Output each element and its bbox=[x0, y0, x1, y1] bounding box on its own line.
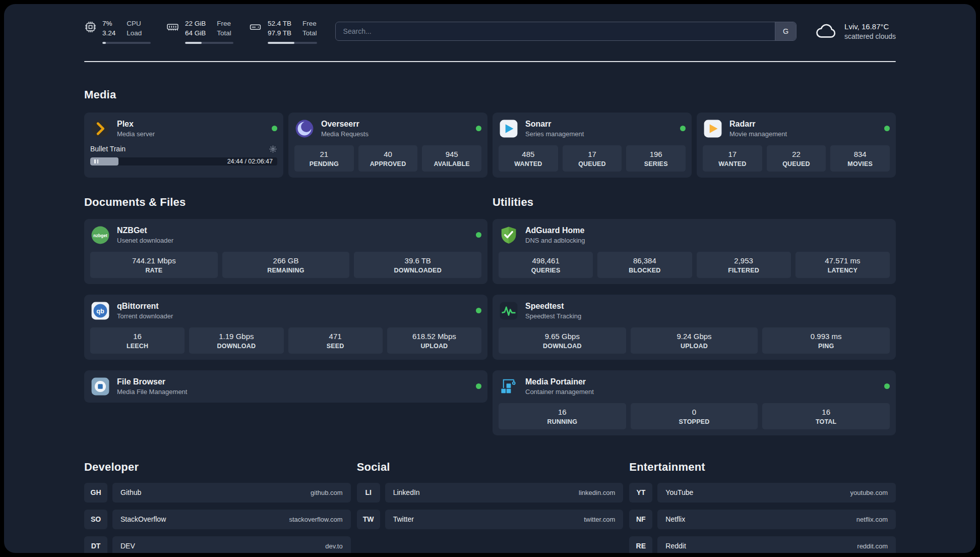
stat-blocked: 86,384 BLOCKED bbox=[597, 252, 692, 278]
bookmark-twitter[interactable]: Twitter twitter.com bbox=[385, 510, 624, 529]
topbar-divider bbox=[84, 61, 896, 62]
ram-widget: 22 GiB 64 GiB Free Total bbox=[166, 19, 233, 44]
bookmark-abbr-dev[interactable]: DT bbox=[84, 536, 107, 553]
app-card-plex[interactable]: Plex Media server Bullet Train bbox=[84, 113, 283, 178]
disk-widget: 52.4 TB 97.9 TB Free Total bbox=[249, 19, 317, 44]
search-input[interactable] bbox=[336, 22, 775, 40]
entertainment-column: Entertainment YT YouTube youtube.com NF … bbox=[629, 461, 896, 553]
bookmark-github[interactable]: Github github.com bbox=[112, 483, 351, 503]
status-dot bbox=[476, 126, 481, 131]
bookmark-url: netflix.com bbox=[856, 516, 888, 523]
app-subtitle: Media server bbox=[117, 130, 155, 138]
app-card-media-portainer[interactable]: Media Portainer Container management 16 … bbox=[493, 370, 896, 435]
disk-label-2: Total bbox=[302, 29, 317, 38]
gear-icon[interactable] bbox=[269, 145, 277, 153]
bookmark-linkedin[interactable]: LinkedIn linkedin.com bbox=[385, 483, 624, 503]
playback-time: 24:44 / 02:06:47 bbox=[227, 158, 273, 165]
app-name: qBittorrent bbox=[117, 301, 173, 311]
app-name: Overseerr bbox=[321, 119, 369, 129]
bookmark-url: dev.to bbox=[325, 542, 342, 550]
search-engine-button[interactable]: G bbox=[775, 22, 796, 40]
stat-downloaded: 39.6 TB DOWNLOADED bbox=[354, 252, 481, 278]
stat-wanted: 17 WANTED bbox=[703, 145, 762, 172]
bookmark-row: LI LinkedIn linkedin.com bbox=[357, 483, 624, 503]
weather-widget: Lviv, 16.87°C scattered clouds bbox=[815, 20, 896, 43]
app-card-overseerr[interactable]: Overseerr Media Requests 21 PENDING 40 A… bbox=[288, 113, 487, 178]
playback-progress-bar[interactable]: 24:44 / 02:06:47 bbox=[90, 157, 277, 165]
file-browser-icon bbox=[90, 376, 110, 397]
status-dot bbox=[680, 126, 686, 131]
bookmark-abbr-youtube[interactable]: YT bbox=[629, 483, 652, 503]
weather-condition: scattered clouds bbox=[844, 32, 896, 40]
svg-text:qb: qb bbox=[96, 308, 104, 315]
app-name: Radarr bbox=[729, 119, 787, 129]
stat-upload: 618.52 Mbps UPLOAD bbox=[387, 327, 481, 354]
portainer-icon bbox=[499, 376, 519, 397]
svg-text:nzbget: nzbget bbox=[93, 233, 107, 238]
ram-icon bbox=[166, 21, 179, 35]
disk-total: 97.9 TB bbox=[268, 29, 291, 38]
app-card-file-browser[interactable]: File Browser Media File Management bbox=[84, 370, 487, 403]
bookmark-url: linkedin.com bbox=[579, 489, 615, 496]
stat-total: 16 TOTAL bbox=[762, 403, 890, 429]
bookmark-abbr-github[interactable]: GH bbox=[84, 483, 107, 503]
app-name: Media Portainer bbox=[525, 377, 594, 386]
app-name: File Browser bbox=[117, 377, 187, 386]
stat-remaining: 266 GB REMAINING bbox=[222, 252, 350, 278]
bookmark-stackoverflow[interactable]: StackOverflow stackoverflow.com bbox=[112, 510, 351, 529]
section-title-documents: Documents & Files bbox=[84, 196, 487, 209]
bookmark-abbr-reddit[interactable]: RE bbox=[629, 536, 652, 553]
app-card-radarr[interactable]: Radarr Movie management 17 WANTED 22 QUE… bbox=[697, 113, 896, 178]
status-dot bbox=[476, 308, 481, 313]
cpu-icon bbox=[84, 21, 97, 35]
stat-leech: 16 LEECH bbox=[90, 327, 185, 354]
ram-label-1: Free bbox=[217, 19, 231, 29]
bookmark-abbr-netflix[interactable]: NF bbox=[629, 510, 652, 529]
top-bar: 7% 3.24 CPU Load bbox=[84, 19, 896, 44]
bookmark-youtube[interactable]: YouTube youtube.com bbox=[657, 483, 896, 503]
ram-free: 22 GiB bbox=[185, 19, 206, 29]
stat-seed: 471 SEED bbox=[288, 327, 383, 354]
bookmark-netflix[interactable]: Netflix netflix.com bbox=[657, 510, 896, 529]
bookmark-reddit[interactable]: Reddit reddit.com bbox=[657, 536, 896, 553]
app-subtitle: Movie management bbox=[729, 130, 787, 138]
disk-free: 52.4 TB bbox=[268, 19, 291, 29]
bookmark-dev[interactable]: DEV dev.to bbox=[112, 536, 351, 553]
stat-upload: 9.24 Gbps UPLOAD bbox=[631, 327, 758, 354]
disk-progress-bar bbox=[268, 42, 317, 44]
stat-queries: 498,461 QUERIES bbox=[499, 252, 593, 278]
ram-total: 64 GiB bbox=[185, 29, 206, 38]
weather-location: Lviv, 16.87°C bbox=[844, 22, 896, 31]
bookmark-name: YouTube bbox=[665, 488, 693, 496]
bookmark-row: YT YouTube youtube.com bbox=[629, 483, 896, 503]
bookmark-url: twitter.com bbox=[584, 516, 615, 523]
bookmark-row: SO StackOverflow stackoverflow.com bbox=[84, 510, 351, 529]
app-card-nzbget[interactable]: nzbget NZBGet Usenet downloader 744.21 M… bbox=[84, 219, 487, 284]
stat-movies: 834 MOVIES bbox=[830, 145, 890, 172]
app-card-speedtest[interactable]: Speedtest Speedtest Tracking 9.65 Gbps D… bbox=[493, 295, 896, 360]
stat-queued: 22 QUEUED bbox=[767, 145, 826, 172]
stat-ping: 0.993 ms PING bbox=[762, 327, 890, 354]
app-card-qbittorrent[interactable]: qb qBittorrent Torrent downloader 16 LEE… bbox=[84, 295, 487, 360]
system-info-group: 7% 3.24 CPU Load bbox=[84, 19, 317, 44]
cpu-load-avg: 3.24 bbox=[102, 29, 115, 38]
search-bar: G bbox=[335, 22, 797, 41]
pause-icon[interactable] bbox=[94, 159, 98, 163]
app-subtitle: Media Requests bbox=[321, 130, 369, 138]
ram-label-2: Total bbox=[217, 29, 231, 38]
app-subtitle: Series management bbox=[525, 130, 584, 138]
app-subtitle: DNS and adblocking bbox=[525, 237, 585, 244]
app-name: Sonarr bbox=[525, 119, 584, 129]
stat-queued: 17 QUEUED bbox=[563, 145, 622, 172]
app-name: Plex bbox=[117, 119, 155, 129]
bookmark-abbr-twitter[interactable]: TW bbox=[357, 510, 380, 529]
app-subtitle: Usenet downloader bbox=[117, 237, 173, 244]
adguard-icon bbox=[499, 225, 519, 245]
bookmark-abbr-linkedin[interactable]: LI bbox=[357, 483, 380, 503]
stat-filtered: 2,953 FILTERED bbox=[697, 252, 791, 278]
radarr-icon bbox=[703, 119, 723, 139]
section-title-social: Social bbox=[357, 461, 624, 474]
app-card-adguard-home[interactable]: AdGuard Home DNS and adblocking 498,461 … bbox=[493, 219, 896, 284]
app-card-sonarr[interactable]: Sonarr Series management 485 WANTED 17 Q… bbox=[493, 113, 692, 178]
bookmark-abbr-stackoverflow[interactable]: SO bbox=[84, 510, 107, 529]
